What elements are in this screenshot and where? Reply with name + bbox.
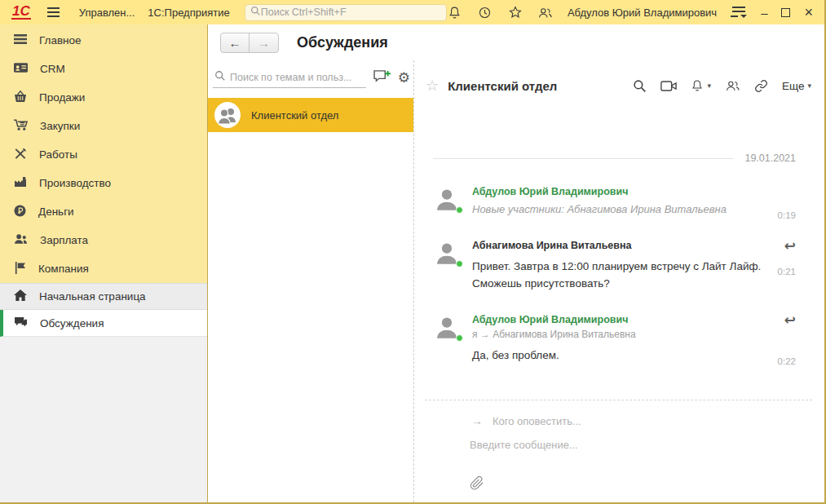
chat-title: Клиентский отдел — [448, 79, 557, 93]
sidebar-item-dengi[interactable]: Деньги — [0, 197, 207, 226]
sidebar-item-home[interactable]: Начальная страница — [0, 283, 207, 310]
sidebar-label: Зарплата — [40, 234, 88, 246]
message-time: 0:21 — [778, 267, 796, 276]
window-title: Управлен... 1С:Предприятие — [79, 7, 230, 19]
message-author[interactable]: Абдулов Юрий Владимирович — [472, 186, 727, 197]
minimize-button[interactable]: – — [761, 7, 767, 19]
new-discussion-icon[interactable] — [373, 69, 391, 86]
attach-paperclip-icon[interactable] — [470, 475, 812, 494]
sidebar-item-crm[interactable]: CRM — [0, 55, 207, 83]
discussion-avatar — [214, 102, 241, 128]
sidebar-item-zarplata[interactable]: Зарплата — [0, 226, 207, 254]
arrow-right-icon: → — [471, 414, 483, 427]
online-dot — [456, 334, 463, 342]
sidebar-item-kompaniya[interactable]: Компания — [0, 254, 207, 283]
message-recipient: я → Абнагимова Ирина Витальевна — [472, 329, 636, 340]
chevron-down-icon: ▾ — [807, 82, 811, 90]
participants-icon[interactable] — [725, 79, 740, 92]
date-separator: 19.01.2021 — [433, 153, 796, 164]
messages-area: 19.01.2021 Абдулов Юрий Владимирович Нов… — [414, 93, 824, 378]
close-button[interactable]: × — [804, 5, 813, 20]
message-input[interactable] — [470, 439, 812, 451]
back-button[interactable]: ← — [221, 33, 250, 52]
ruble-coin-icon — [14, 205, 26, 219]
sidebar-item-raboty[interactable]: Работы — [0, 140, 207, 169]
more-button[interactable]: Еще ▾ — [782, 80, 811, 92]
search-icon — [250, 5, 261, 20]
titlebar: 1С Управлен... 1С:Предприятие — [0, 0, 824, 24]
sidebar-label: CRM — [40, 63, 65, 75]
gear-icon[interactable]: ⚙ — [398, 71, 410, 85]
avatar — [433, 240, 461, 267]
current-user-name: Абдулов Юрий Владимирович — [568, 7, 717, 19]
chat-bubbles-icon — [14, 316, 28, 330]
discussion-list-item[interactable]: Клиентский отдел — [208, 98, 413, 132]
avatar — [433, 186, 461, 214]
flag-icon — [14, 262, 26, 276]
sidebar-item-discussions[interactable]: Обсуждения — [0, 310, 207, 337]
composer: → — [425, 400, 812, 502]
message: Абнагимова Ирина Витальевна Привет. Завт… — [433, 240, 796, 293]
search-icon — [214, 70, 226, 85]
tools-icon — [14, 148, 27, 162]
sidebar-label: Обсуждения — [40, 317, 104, 329]
users-icon[interactable] — [537, 4, 554, 20]
chevron-down-icon: ▾ — [707, 82, 711, 90]
favorites-star-icon[interactable] — [507, 4, 523, 20]
message-text: Привет. Завтра в 12:00 планируем встречу… — [472, 259, 763, 293]
sidebar-label: Начальная страница — [39, 290, 146, 303]
sidebar-item-zakupki[interactable]: Закупки — [0, 112, 207, 140]
forward-button[interactable]: → — [250, 33, 278, 52]
service-menu-icon[interactable] — [731, 7, 747, 18]
home-icon — [14, 290, 27, 303]
cart-icon — [14, 119, 28, 134]
app-title: Управлен... — [79, 7, 135, 19]
avatar — [433, 314, 461, 342]
sidebar-label: Компания — [38, 263, 89, 275]
reply-icon[interactable]: ↩ — [784, 237, 796, 254]
global-search-input[interactable] — [261, 7, 441, 18]
crm-card-icon — [14, 62, 28, 76]
notify-row: → — [471, 414, 812, 427]
notify-input[interactable] — [493, 415, 753, 427]
message-time: 0:22 — [778, 356, 796, 366]
message-author[interactable]: Абнагимова Ирина Витальевна — [472, 240, 763, 251]
1c-logo: 1С — [11, 5, 31, 20]
online-dot — [456, 206, 463, 214]
notifications-bell-icon[interactable] — [447, 4, 463, 20]
product-title: 1С:Предприятие — [148, 7, 229, 19]
online-dot — [456, 260, 463, 267]
message-author[interactable]: Абдулов Юрий Владимирович — [472, 314, 636, 325]
history-icon[interactable] — [477, 4, 493, 20]
factory-icon — [14, 176, 27, 190]
sidebar-item-proizvodstvo[interactable]: Производство — [0, 169, 207, 197]
video-call-icon[interactable] — [660, 80, 677, 92]
discussions-search-input[interactable] — [230, 72, 364, 83]
navigation-bar: ← → Обсуждения — [208, 24, 824, 60]
chat-search-icon[interactable] — [633, 79, 647, 93]
menu-lines-icon — [14, 33, 27, 47]
sidebar-label: Закупки — [40, 120, 80, 132]
reply-icon[interactable]: ↩ — [784, 312, 796, 329]
sidebar: Главное CRM Продажи Закупки Работы — [0, 24, 208, 502]
chat-header: ☆ Клиентский отдел ▾ — [414, 60, 824, 93]
sidebar-item-glavnoe[interactable]: Главное — [0, 26, 207, 55]
discussions-list-panel: ⚙ Клиентский отдел — [208, 60, 413, 502]
page-title: Обсуждения — [297, 34, 388, 51]
message: Абдулов Юрий Владимирович я → Абнагимова… — [433, 314, 796, 365]
sidebar-label: Главное — [39, 34, 82, 46]
link-icon[interactable] — [754, 79, 768, 93]
global-search[interactable] — [245, 4, 447, 21]
maximize-button[interactable] — [781, 8, 790, 17]
sidebar-label: Продажи — [39, 91, 85, 104]
sidebar-label: Производство — [39, 177, 111, 189]
sidebar-label: Работы — [39, 148, 77, 161]
main-menu-icon[interactable] — [47, 7, 60, 17]
sidebar-label: Деньги — [38, 206, 74, 218]
sidebar-item-prodazhi[interactable]: Продажи — [0, 83, 207, 112]
chat-notifications-icon[interactable]: ▾ — [691, 79, 711, 92]
chat-panel: ☆ Клиентский отдел ▾ — [413, 60, 824, 502]
date-label: 19.01.2021 — [744, 153, 796, 164]
favorite-star-icon[interactable]: ☆ — [426, 78, 439, 93]
system-message-text: Новые участники: Абнагимова Ирина Виталь… — [472, 203, 727, 215]
